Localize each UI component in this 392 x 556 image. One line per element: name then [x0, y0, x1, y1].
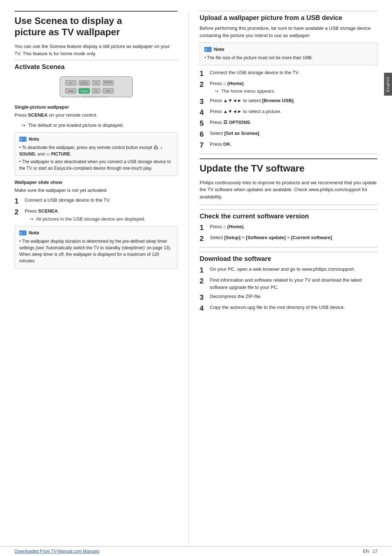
upload-step-num-7: 7	[200, 141, 210, 149]
upload-step-1: 1 Connect the USB storage device to the …	[200, 69, 377, 78]
upload-step-num-4: 4	[200, 108, 210, 117]
download-step-4: 4 Copy the autorun.upg file to the root …	[200, 304, 377, 313]
main-title-line2: picture as TV wallpaper	[15, 27, 120, 37]
svg-text:DEMO: DEMO	[68, 90, 73, 92]
upload-step-7: 7 Press OK.	[200, 141, 377, 149]
svg-text:INCR.SURR: INCR.SURR	[80, 83, 88, 85]
svg-point-19	[86, 96, 87, 97]
update-intro: Philips continuously tries to improve it…	[200, 179, 377, 201]
step-num-1: 1	[15, 197, 25, 205]
check-version-title: Check the current software version	[200, 209, 377, 220]
svg-text:SOURCE: SOURCE	[104, 81, 112, 83]
note-1-item-1: To deactivate the wallpaper, press any r…	[19, 144, 173, 157]
download-step-2: 2 Find information and software related …	[200, 277, 377, 291]
svg-point-24	[100, 96, 101, 97]
page-number: EN 17	[363, 549, 377, 554]
upload-step-5: 5 Press ☰ OPTIONS.	[200, 119, 377, 128]
single-picture-text: Press SCENEA on your remote control.	[15, 112, 177, 119]
download-step-1: 1 On your PC, open a web browser and go …	[200, 266, 377, 274]
svg-point-20	[89, 96, 90, 97]
upload-step-num-2: 2	[200, 80, 210, 89]
svg-point-26	[106, 96, 107, 97]
upload-step-2: 2 Press ⌂ (Home). ↪ The home menu appear…	[200, 80, 377, 95]
left-column: Use Scenea to display a picture as TV wa…	[15, 11, 189, 545]
svg-text:SCENEA: SCENEA	[80, 90, 88, 92]
upload-step-6: 6 Select [Set as Scenea].	[200, 130, 377, 138]
check-step-2: 2 Select [Setup] > [Software update] > […	[200, 234, 377, 243]
svg-point-21	[91, 96, 93, 97]
remote-svg: TV SUBTITLE INCR.SURR H SOURCE DEMO SCEN…	[56, 74, 136, 100]
note-1-header: Note	[19, 136, 173, 143]
upload-step-num-1: 1	[200, 69, 210, 78]
note-icon-upload	[204, 47, 212, 52]
arrow-icon: ↪	[22, 122, 25, 129]
slide-step-2: 2 Press SCENEA. ↪ All pictures in the US…	[15, 208, 177, 222]
check-step-num-1: 1	[200, 223, 210, 232]
svg-point-18	[83, 96, 84, 97]
wallpaper-slide-intro: Make sure the wallpaper is not yet activ…	[15, 187, 177, 194]
step-num-2: 2	[15, 208, 25, 216]
svg-text:SAP: SAP	[106, 90, 110, 92]
divider-1	[200, 154, 377, 154]
divider-3	[200, 247, 377, 247]
arrow-icon-3: ↪	[215, 88, 219, 94]
note-1-item-2: The wallpaper is also deactivated when y…	[19, 158, 173, 172]
note-upload-list: The file size of the picture must not be…	[204, 55, 373, 61]
slide-step-1: 1 Connect a USB storage device to the TV…	[15, 197, 177, 205]
main-title: Use Scenea to display a picture as TV wa…	[15, 11, 177, 38]
note-upload-header: Note	[204, 46, 373, 53]
upload-step-num-5: 5	[200, 119, 210, 128]
upload-step-num-6: 6	[200, 130, 210, 138]
note-box-1: Note To deactivate the wallpaper, press …	[15, 132, 177, 176]
update-title: Update the TV software	[200, 158, 377, 174]
single-picture-title: Single-picture wallpaper	[15, 104, 177, 110]
note-upload-item-1: The file size of the picture must not be…	[204, 55, 373, 61]
svg-text:H: H	[95, 82, 97, 84]
download-step-num-1: 1	[200, 266, 210, 274]
note-2-list: The wallpaper display duration is determ…	[19, 238, 173, 264]
upload-step-num-3: 3	[200, 97, 210, 106]
note-2-item-1: The wallpaper display duration is determ…	[19, 238, 173, 264]
single-picture-sub: ↪ The default or pre-loaded picture is d…	[15, 122, 177, 129]
svg-point-25	[103, 96, 104, 97]
download-step-3: 3 Decompress the ZIP-file.	[200, 293, 377, 302]
note-2-header: Note	[19, 229, 173, 237]
download-step-num-3: 3	[200, 293, 210, 302]
check-step-num-2: 2	[200, 234, 210, 243]
language-tab: English	[384, 73, 392, 96]
right-column: Upload a wallpaper picture from a USB de…	[189, 11, 377, 545]
note-icon-2	[19, 230, 26, 235]
note-box-upload: Note The file size of the picture must n…	[200, 43, 377, 65]
note-1-list: To deactivate the wallpaper, press any r…	[19, 144, 173, 172]
intro-text: You can use the Scenea feature display a…	[15, 43, 177, 57]
download-step-num-4: 4	[200, 304, 210, 313]
note-icon-1	[19, 137, 26, 142]
svg-point-22	[94, 96, 95, 97]
upload-title: Upload a wallpaper picture from a USB de…	[200, 11, 377, 22]
download-title: Download the software	[200, 252, 377, 263]
wallpaper-slide-title: Wallpaper slide show	[15, 180, 177, 185]
svg-point-23	[97, 96, 98, 97]
note-box-2: Note The wallpaper display duration is d…	[15, 226, 177, 269]
upload-step-3: 3 Press ▲▼◄► to select [Browse USB].	[200, 97, 377, 106]
download-step-num-2: 2	[200, 277, 210, 285]
check-step-1: 1 Press ⌂ (Home).	[200, 223, 377, 232]
remote-illustration: TV SUBTITLE INCR.SURR H SOURCE DEMO SCEN…	[15, 74, 177, 100]
divider-2	[200, 205, 377, 205]
upload-intro: Before performing this procedure, be sur…	[200, 25, 377, 39]
upload-step-4: 4 Press ▲▼◄► to select a picture.	[200, 108, 377, 117]
main-title-line1: Use Scenea to display a	[15, 15, 122, 26]
arrow-icon-2: ↪	[30, 216, 33, 222]
main-content: Use Scenea to display a picture as TV wa…	[0, 0, 392, 556]
bottom-bar: Downloaded From TV-Manual.com Manuals EN…	[0, 546, 392, 556]
svg-rect-0	[60, 77, 132, 97]
footer-link[interactable]: Downloaded From TV-Manual.com Manuals	[15, 549, 99, 554]
page: English Use Scenea to display a picture …	[0, 0, 392, 556]
svg-text:CC: CC	[95, 90, 98, 92]
activate-scenea-title: Activate Scenea	[15, 60, 177, 71]
svg-text:TV: TV	[69, 82, 72, 84]
